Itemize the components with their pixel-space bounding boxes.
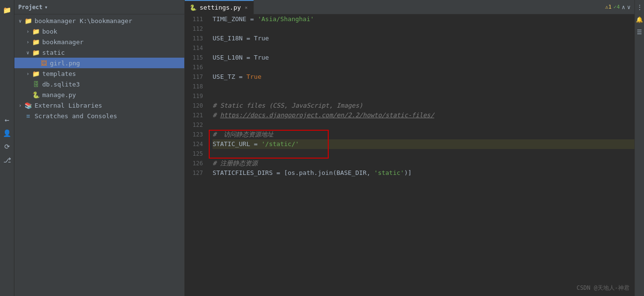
project-tree: ∨📁bookmanager K:\bookmanager›📁book›📁book… — [14, 14, 184, 296]
line-number: 125 — [185, 149, 209, 159]
tabs-left: 🐍 settings.py ✕ — [185, 0, 254, 14]
nav-down[interactable]: ∨ — [627, 4, 631, 11]
tree-item-label: bookmanager K:\bookmanager — [35, 17, 132, 25]
line-number: 121 — [185, 111, 209, 120]
sidebar-icon-arrow[interactable]: ← — [1, 113, 13, 126]
tree-item-label: static — [42, 49, 65, 56]
tree-item[interactable]: 🖼girl.png — [14, 58, 184, 68]
tree-item[interactable]: 🗄db.sqlite3 — [14, 79, 184, 89]
code-line: # https://docs.djangoproject.com/en/2.2/… — [213, 111, 634, 120]
code-line — [213, 120, 634, 130]
tabs-right: ⚠1 ✓4 ∧ ∨ — [605, 4, 634, 11]
tree-file-icon: 📁 — [32, 49, 40, 56]
tab-python-icon: 🐍 — [190, 4, 197, 11]
tab-settings-py[interactable]: 🐍 settings.py ✕ — [185, 0, 254, 14]
tree-item[interactable]: ›📁bookmanager — [14, 37, 184, 47]
editor-area: 🐍 settings.py ✕ ⚠1 ✓4 ∧ ∨ 11111211311411… — [185, 0, 634, 296]
list-icon[interactable]: ☰ — [637, 29, 642, 36]
line-number: 126 — [185, 159, 209, 168]
line-number: 112 — [185, 24, 209, 34]
tree-file-icon: 🐍 — [32, 91, 40, 99]
tree-item-label: Scratches and Consoles — [35, 112, 117, 120]
line-number: 116 — [185, 62, 209, 72]
tree-item-label: manage.py — [42, 91, 76, 99]
tree-file-icon: 🗄 — [32, 81, 40, 88]
tree-item-label: templates — [42, 70, 76, 77]
project-chevron[interactable]: ▾ — [45, 4, 48, 11]
code-lines[interactable]: TIME_ZONE = 'Asia/Shanghai' USE_I18N = T… — [209, 14, 634, 296]
menu-dots-icon[interactable]: ⋮ — [637, 4, 643, 11]
tree-item-label: girl.png — [50, 60, 80, 67]
code-line — [213, 24, 634, 34]
tree-item-label: bookmanager — [42, 38, 83, 46]
tree-file-icon: 📁 — [32, 38, 40, 46]
tree-file-icon: 📁 — [24, 17, 33, 25]
code-line: USE_L10N = True — [213, 53, 634, 62]
project-header: Project ▾ — [14, 0, 184, 14]
code-line — [213, 62, 634, 72]
project-label: Project — [18, 4, 43, 11]
tree-item[interactable]: ≡Scratches and Consoles — [14, 111, 184, 121]
line-number: 122 — [185, 120, 209, 130]
tree-arrow: › — [24, 29, 32, 34]
code-line — [213, 82, 634, 91]
line-number: 119 — [185, 91, 209, 101]
code-line — [213, 91, 634, 101]
code-line: # Static files (CSS, JavaScript, Images) — [213, 101, 634, 111]
code-line: # 访问静态资源地址 — [213, 130, 634, 139]
sidebar-icon-git[interactable]: ⎇ — [1, 154, 13, 166]
nav-up[interactable]: ∧ — [622, 4, 625, 11]
tree-item[interactable]: ∨📁static — [14, 47, 184, 58]
line-number: 115 — [185, 53, 209, 62]
line-number: 127 — [185, 168, 209, 178]
tree-item[interactable]: ∨📁bookmanager K:\bookmanager — [14, 15, 184, 26]
line-number: 124 — [185, 139, 209, 149]
sidebar-icon-refresh[interactable]: ⟳ — [1, 140, 13, 153]
code-line — [213, 43, 634, 53]
code-content: 1111121131141151161171181191201211221231… — [185, 14, 634, 296]
line-number: 114 — [185, 43, 209, 53]
left-sidebar: 📁 ← 👤 ⟳ ⎇ — [0, 0, 14, 296]
project-header-title: Project ▾ — [18, 4, 48, 11]
tree-file-icon: 📁 — [32, 70, 40, 77]
editor-tabs: 🐍 settings.py ✕ ⚠1 ✓4 ∧ ∨ — [185, 0, 634, 14]
code-line: # 注册静态资源 — [213, 159, 634, 168]
tree-file-icon: ≡ — [24, 112, 33, 120]
code-line: USE_I18N = True — [213, 34, 634, 43]
tree-file-icon: 🖼 — [39, 60, 48, 67]
tree-item-label: db.sqlite3 — [42, 81, 80, 88]
tree-item[interactable]: ›📁book — [14, 26, 184, 37]
line-number: 113 — [185, 34, 209, 43]
tree-item[interactable]: ›📚External Libraries — [14, 100, 184, 111]
tree-arrow: › — [16, 103, 24, 108]
tree-file-icon: 📚 — [24, 102, 33, 109]
line-number: 123 — [185, 130, 209, 139]
sidebar-icon-folder[interactable]: 📁 — [1, 4, 13, 16]
tree-arrow: › — [24, 71, 32, 76]
tab-close-button[interactable]: ✕ — [244, 4, 249, 11]
tree-item-label: book — [42, 28, 57, 35]
right-sidebar: ⋮ 🔔 ☰ — [634, 0, 644, 296]
code-line — [213, 149, 634, 159]
code-line: STATIC_URL = '/static/' — [213, 139, 634, 149]
line-number: 120 — [185, 101, 209, 111]
tree-item[interactable]: ›📁templates — [14, 68, 184, 79]
tree-arrow: ∨ — [24, 50, 32, 55]
project-panel: Project ▾ ∨📁bookmanager K:\bookmanager›📁… — [14, 0, 185, 296]
tree-file-icon: 📁 — [32, 28, 40, 35]
code-line: TIME_ZONE = 'Asia/Shanghai' — [213, 14, 634, 24]
tab-label: settings.py — [200, 4, 241, 11]
breadcrumb-warnings: ⚠1 ✓4 ∧ ∨ — [605, 4, 631, 11]
code-line: USE_TZ = True — [213, 72, 634, 82]
tree-arrow: ∨ — [16, 18, 24, 24]
bell-icon[interactable]: 🔔 — [636, 16, 643, 23]
check-badge: ✓4 — [613, 4, 620, 10]
code-line: STATICFILES_DIRS = [os.path.join(BASE_DI… — [213, 168, 634, 178]
warning-badge: ⚠1 — [605, 4, 611, 10]
sidebar-icon-user[interactable]: 👤 — [1, 127, 13, 139]
editor-wrapper[interactable]: 1111121131141151161171181191201211221231… — [185, 14, 634, 296]
tree-item[interactable]: 🐍manage.py — [14, 89, 184, 100]
tree-item-label: External Libraries — [35, 102, 102, 109]
line-number: 117 — [185, 72, 209, 82]
tree-arrow: › — [24, 39, 32, 45]
